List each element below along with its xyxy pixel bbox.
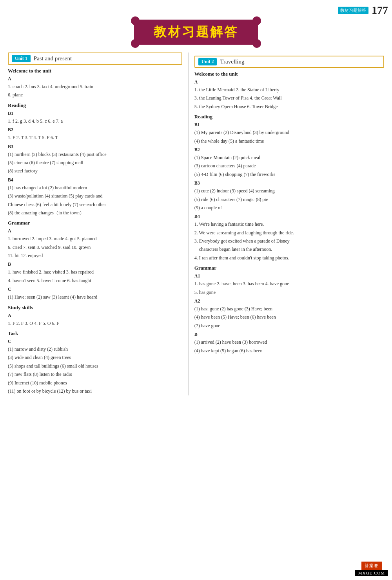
unit2-header: Unit 2 Travelling xyxy=(194,56,384,68)
unit2-B3-line1: (1) cute (2) indoor (3) speed (4) scream… xyxy=(194,187,384,195)
unit1-grammar-B-line1: 1. have finished 2. has; visited 3. has … xyxy=(8,268,182,276)
unit2-B1-line1: (1) My parents (2) Disneyland (3) by und… xyxy=(194,129,384,136)
unit1-study-A-line1: 1. F 2. F 3. O 4. F 5. O 6. F xyxy=(8,319,182,327)
unit1-B4-line4: (8) the amazing changes（in the town） xyxy=(8,209,182,217)
unit1-grammar-A-label: A xyxy=(8,228,182,234)
unit1-study-A-label: A xyxy=(8,313,182,319)
unit1-B3-line3: (8) steel factory xyxy=(8,167,182,175)
unit1-grammar-A-line3: 11. hit 12. enjoyed xyxy=(8,252,182,259)
unit1-B3-line1: (1) northern (2) blocks (3) restaurants … xyxy=(8,150,182,158)
unit2-B2-label: B2 xyxy=(194,147,384,153)
unit2-welcome-A-line1: 1. the Little Mermaid 2. the Statue of L… xyxy=(194,86,384,94)
unit2-A2-label: A2 xyxy=(194,298,384,304)
banner-circle-tl xyxy=(131,16,140,25)
top-badge-area: 教材习题解答 177 xyxy=(338,4,388,16)
unit2-welcome-label: Welcome to the unit xyxy=(194,71,384,77)
unit2-welcome-A-line2: 3. the Leaning Tower of Pisa 4. the Grea… xyxy=(194,94,384,102)
unit1-task-C-label: C xyxy=(8,339,182,344)
unit1-B1-label: B1 xyxy=(8,111,182,116)
right-column: Unit 2 Travelling Welcome to the unit A … xyxy=(189,53,384,395)
unit1-B4-line2: (3) waste/pollution (4) situation (5) pl… xyxy=(8,192,182,200)
unit2-B4-line2: 2. We were screaming and laughing throug… xyxy=(194,229,384,237)
unit2-badge: Unit 2 xyxy=(198,58,217,65)
unit2-B2-line3: (5) 4-D film (6) shopping (7) the firewo… xyxy=(194,170,384,178)
unit1-B3-line2: (5) cinema (6) theatre (7) shopping mall xyxy=(8,159,182,167)
unit1-welcome-A-line2: 6. plane xyxy=(8,91,182,99)
unit1-reading-label: Reading xyxy=(8,102,182,109)
unit1-task-C-line3: (5) shops and tall buildings (6) small o… xyxy=(8,362,182,370)
unit1-grammar-A-line1: 1. borrowed 2. hoped 3. made 4. got 5. p… xyxy=(8,235,182,243)
unit1-B3-label: B3 xyxy=(8,144,182,150)
header-banner: 教材习题解答 xyxy=(0,20,392,45)
banner-inner: 教材习题解答 xyxy=(134,20,258,45)
unit2-B1-line2: (4) the whole day (5) a fantastic time xyxy=(194,137,384,145)
unit2-B3-line3: (9) a couple of xyxy=(194,204,384,212)
watermark-line2: MXQE.COM xyxy=(355,570,388,576)
unit2-welcome-A-label: A xyxy=(194,79,384,85)
top-badge-label: 教材习题解答 xyxy=(338,7,368,14)
unit1-B2-line1: 1. F 2. T 3. T 4. T 5. F 6. T xyxy=(8,134,182,141)
unit1-B4-label: B4 xyxy=(8,177,182,183)
unit1-task-C-line1: (1) narrow and dirty (2) rubbish xyxy=(8,345,182,353)
content-area: Unit 1 Past and present Welcome to the u… xyxy=(0,53,392,395)
banner-circle-tr xyxy=(252,16,261,25)
unit1-grammar-C-label: C xyxy=(8,286,182,292)
unit1-B4-line3: Chinese chess (6) feel a bit lonely (7) … xyxy=(8,201,182,208)
unit1-task-C-line4: (7) new flats (8) listen to the radio xyxy=(8,370,182,378)
unit2-A2-line3: (7) have gone xyxy=(194,322,384,330)
unit1-welcome-A-line1: 1. coach 2. bus 3. taxi 4. underground 5… xyxy=(8,83,182,91)
unit2-reading-label: Reading xyxy=(194,114,384,120)
unit1-study-label: Study skills xyxy=(8,304,182,311)
unit1-grammar-B-label: B xyxy=(8,261,182,267)
unit2-B4-line4: characters began later in the afternoon. xyxy=(194,245,384,253)
watermark-line1: 答案巻 xyxy=(361,562,382,570)
unit1-task-label: Task xyxy=(8,330,182,337)
unit2-A1-line2: 5. has gone xyxy=(194,288,384,296)
unit1-grammar-label: Grammar xyxy=(8,220,182,226)
unit2-A2-line2: (4) have been (5) Have; been (6) have be… xyxy=(194,313,384,321)
unit2-A1-line1: 1. has gone 2. have; been 3. has been 4.… xyxy=(194,280,384,288)
unit2-welcome-A-line3: 5. the Sydney Opera House 6. Tower Bridg… xyxy=(194,103,384,111)
left-column: Unit 1 Past and present Welcome to the u… xyxy=(8,53,189,395)
unit2-title: Travelling xyxy=(220,58,244,65)
unit2-B2-line2: (3) cartoon characters (4) parade xyxy=(194,162,384,170)
unit2-A2-line1: (1) has; gone (2) has gone (3) Have; bee… xyxy=(194,305,384,313)
banner-circle-br xyxy=(252,39,261,48)
unit2-B-label: B xyxy=(194,332,384,337)
unit2-B2-line1: (1) Space Mountain (2) quick meal xyxy=(194,154,384,161)
unit2-grammar-label: Grammar xyxy=(194,265,384,271)
unit2-B4-line3: 3. Everybody got excited when a parade o… xyxy=(194,237,384,245)
unit1-B1-line1: 1. f 2. g 3. d 4. b 5. c 6. e 7. a xyxy=(8,117,182,125)
unit1-badge: Unit 1 xyxy=(12,55,31,62)
unit2-B4-line5: 4. I ran after them and couldn't stop ta… xyxy=(194,254,384,262)
unit2-A1-label: A1 xyxy=(194,273,384,279)
unit1-header: Unit 1 Past and present xyxy=(8,53,182,65)
banner-text: 教材习题解答 xyxy=(154,24,238,41)
unit2-B4-label: B4 xyxy=(194,214,384,219)
unit1-task-C-line5: (9) Internet (10) mobile phones xyxy=(8,379,182,387)
unit2-B-line1: (1) arrived (2) have been (3) borrowed xyxy=(194,338,384,346)
unit1-task-C-line6: (11) on foot or by bicycle (12) by bus o… xyxy=(8,387,182,395)
unit2-B1-label: B1 xyxy=(194,122,384,128)
page-number: 177 xyxy=(372,4,388,16)
banner-circle-bl xyxy=(131,39,140,48)
unit1-grammar-C-line1: (1) Have; seen (2) saw (3) learnt (4) ha… xyxy=(8,293,182,301)
unit2-B4-line1: 1. We're having a fantastic time here. xyxy=(194,220,384,228)
unit1-welcome-A-label: A xyxy=(8,76,182,82)
unit2-B3-label: B3 xyxy=(194,180,384,186)
unit1-task-C-line2: (3) wide and clean (4) green trees xyxy=(8,353,182,361)
unit1-B4-line1: (1) has changed a lot (2) beautiful mode… xyxy=(8,184,182,192)
unit1-grammar-A-line2: 6. cried 7. sent 8. watched 9. said 10. … xyxy=(8,243,182,251)
unit1-B2-label: B2 xyxy=(8,127,182,133)
unit2-B3-line2: (5) ride (6) characters (7) magic (8) pi… xyxy=(194,196,384,203)
unit1-grammar-B-line2: 4. haven't seen 5. haven't come 6. has t… xyxy=(8,277,182,285)
watermark: 答案巻 MXQE.COM xyxy=(355,562,388,576)
unit2-B-line2: (4) have kept (5) began (6) has been xyxy=(194,347,384,355)
unit1-title: Past and present xyxy=(34,55,72,62)
unit1-welcome-label: Welcome to the unit xyxy=(8,68,182,74)
